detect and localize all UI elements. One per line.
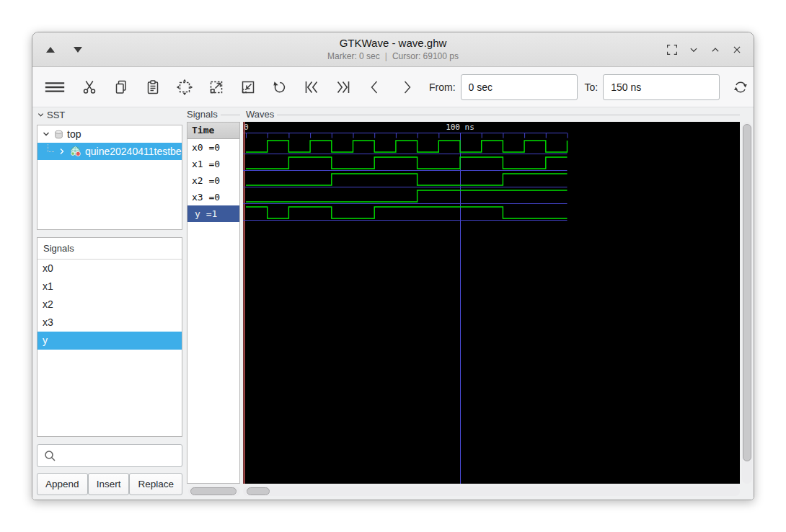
zoom-out-button[interactable]: [237, 76, 259, 99]
signal-list-item[interactable]: x0: [37, 260, 182, 278]
shift-left-button[interactable]: [364, 76, 386, 99]
expander-down-icon: [37, 111, 45, 119]
frame-line: [221, 115, 240, 115]
value-row[interactable]: x3 =0: [187, 189, 239, 205]
main-area: SST top: [32, 107, 754, 500]
scrollbar-thumb[interactable]: [190, 487, 237, 495]
time-header[interactable]: Time: [187, 123, 239, 139]
paste-button[interactable]: [142, 76, 164, 99]
triangle-up-icon: [46, 47, 55, 53]
from-input[interactable]: [461, 74, 578, 100]
copy-button[interactable]: [110, 76, 132, 99]
tree-item-label: quine20240411testbenc: [85, 146, 182, 157]
append-button[interactable]: Append: [37, 473, 88, 495]
chevron-right-icon: [397, 79, 416, 96]
waves-vertical-scrollbar[interactable]: [742, 122, 752, 484]
expander-down-icon: [42, 130, 50, 138]
fullscreen-button[interactable]: [664, 42, 680, 58]
gtkwave-window: GTKWave - wave.ghw Marker: 0 sec|Cursor:…: [32, 32, 754, 500]
from-label: From:: [429, 81, 456, 93]
signal-picker: Signals x0 x1 x2 x3 y: [37, 237, 182, 437]
window-subtitle: Marker: 0 sec|Cursor: 69100 ps: [177, 50, 609, 62]
search-icon: [43, 448, 57, 463]
tree-item-top[interactable]: top: [37, 125, 182, 143]
signal-list-item[interactable]: x1: [37, 278, 182, 296]
value-row-selected[interactable]: y =1: [187, 205, 239, 222]
shade-down-button[interactable]: [70, 42, 86, 58]
signal-list-item-selected[interactable]: y: [37, 332, 182, 350]
reload-button[interactable]: [730, 76, 751, 99]
signal-list-item[interactable]: x3: [37, 314, 182, 332]
cursor-status: Cursor: 69100 ps: [392, 51, 459, 61]
values-horizontal-scrollbar[interactable]: [188, 487, 240, 496]
shade-up-button[interactable]: [43, 42, 58, 58]
zoom-fit-icon: [175, 79, 194, 96]
toolbar: From: To:: [32, 67, 754, 107]
signal-values-panel: Time x0 =0 x1 =0 x2 =0 x3 =0 y =1: [187, 122, 240, 484]
zoom-in-icon: [207, 79, 226, 96]
desktop-background: GTKWave - wave.ghw Marker: 0 sec|Cursor:…: [0, 0, 786, 532]
to-label: To:: [585, 81, 599, 93]
titlebar-window-buttons: [664, 32, 745, 67]
to-input[interactable]: [603, 74, 720, 100]
sst-tree: top quine20240411testbenc: [37, 125, 182, 230]
value-row[interactable]: x1 =0: [187, 156, 239, 172]
value-row[interactable]: x2 =0: [187, 172, 239, 189]
expander-right-icon: [58, 147, 66, 156]
zoom-in-button[interactable]: [206, 76, 227, 99]
chevron-up-icon: [707, 42, 723, 58]
titlebar[interactable]: GTKWave - wave.ghw Marker: 0 sec|Cursor:…: [32, 32, 754, 67]
wave-canvas[interactable]: 0100 ns: [243, 122, 740, 484]
reload-icon: [731, 79, 750, 96]
menu-button[interactable]: [41, 76, 69, 99]
cut-button[interactable]: [79, 76, 100, 99]
zoom-out-icon: [239, 79, 257, 96]
tree-guide-line: [48, 144, 54, 152]
frame-line: [277, 115, 740, 115]
titlebar-text: GTKWave - wave.ghw Marker: 0 sec|Cursor:…: [177, 36, 609, 62]
undo-zoom-button[interactable]: [269, 76, 291, 99]
undo-icon: [270, 79, 289, 96]
scrollbar-thumb[interactable]: [743, 124, 751, 461]
signal-search: [37, 444, 182, 467]
chevron-left-icon: [366, 79, 384, 96]
fullscreen-icon: [664, 42, 680, 58]
sst-section-header[interactable]: SST: [37, 109, 182, 120]
tree-item-label: top: [67, 128, 81, 140]
clipboard-icon: [143, 79, 162, 96]
shift-right-button[interactable]: [396, 76, 418, 99]
replace-button[interactable]: Replace: [129, 473, 182, 495]
tree-item-testbench[interactable]: quine20240411testbenc: [37, 143, 182, 160]
insert-button[interactable]: Insert: [88, 473, 130, 495]
minimize-button[interactable]: [686, 42, 702, 58]
subtitle-separator: |: [385, 51, 387, 61]
waves-frame-label: Waves: [246, 109, 740, 120]
values-frame-label: Signals: [187, 109, 240, 120]
menu-icon: [43, 79, 66, 96]
go-to-start-button[interactable]: [301, 76, 322, 99]
svg-text:100 ns: 100 ns: [446, 123, 474, 132]
value-row[interactable]: x0 =0: [187, 139, 239, 156]
picker-buttons: Append Insert Replace: [37, 473, 182, 495]
zoom-fit-button[interactable]: [174, 76, 195, 99]
values-panel-title: Signals: [187, 109, 218, 120]
close-button[interactable]: [729, 42, 745, 58]
marker-status: Marker: 0 sec: [327, 51, 380, 61]
scrollbar-thumb[interactable]: [247, 487, 270, 495]
triangle-down-icon: [74, 47, 82, 53]
window-title: GTKWave - wave.ghw: [177, 36, 609, 50]
chevron-down-icon: [686, 42, 702, 58]
sst-label: SST: [47, 110, 65, 120]
titlebar-left-controls: [43, 32, 86, 67]
skip-to-end-icon: [334, 79, 353, 96]
waves-horizontal-scrollbar[interactable]: [243, 487, 740, 496]
search-input[interactable]: [57, 445, 184, 466]
signal-list-item[interactable]: x2: [37, 296, 182, 314]
maximize-button[interactable]: [707, 42, 723, 58]
database-icon: [54, 130, 63, 139]
copy-icon: [112, 79, 131, 96]
close-icon: [729, 42, 745, 58]
skip-to-start-icon: [302, 79, 321, 96]
go-to-end-button[interactable]: [332, 76, 354, 99]
signal-picker-header: Signals: [37, 238, 182, 260]
